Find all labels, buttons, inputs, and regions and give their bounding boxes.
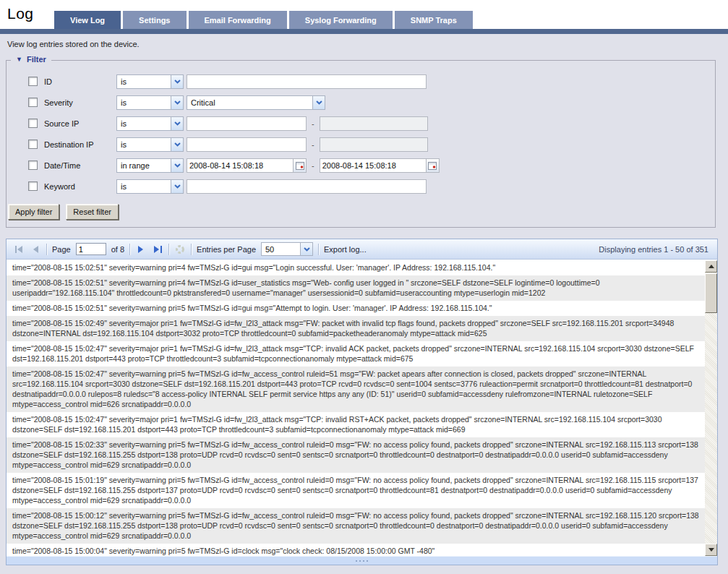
filter-row-id: ID is xyxy=(7,71,715,92)
grip-dot xyxy=(356,560,357,562)
log-entry-row: time="2008-08-15 15:00:12" severity=warn… xyxy=(7,508,705,544)
next-page-icon[interactable] xyxy=(135,244,147,254)
tab-snmp-traps[interactable]: SNMP Traps xyxy=(395,11,473,29)
tab-syslog-forwarding[interactable]: Syslog Forwarding xyxy=(289,11,393,29)
chevron-down-icon xyxy=(171,75,183,88)
chevron-down-icon xyxy=(171,180,183,193)
log-entry-row: time="2008-08-15 15:02:47" severity=majo… xyxy=(7,412,705,437)
entries-per-page-select[interactable]: 50 xyxy=(261,242,313,256)
refresh-icon[interactable] xyxy=(174,244,186,254)
tab-email-forwarding[interactable]: Email Forwarding xyxy=(189,11,287,29)
source-ip-from-input[interactable] xyxy=(187,116,307,131)
grip-dot xyxy=(363,560,364,562)
page-description: View log entries stored on the device. xyxy=(7,40,728,48)
scroll-thumb[interactable] xyxy=(705,273,717,313)
filter-checkbox-destination-ip[interactable] xyxy=(28,140,38,149)
chevron-down-icon xyxy=(171,117,183,130)
datetime-operator-select[interactable]: in range xyxy=(116,158,184,173)
chevron-down-icon xyxy=(171,138,183,151)
tab-bar: View Log Settings Email Forwarding Syslo… xyxy=(54,11,473,29)
grip-dot xyxy=(367,560,368,562)
filter-label-datetime: Date/Time xyxy=(44,161,116,170)
page-label: Page xyxy=(52,245,71,254)
first-page-icon[interactable] xyxy=(13,244,25,254)
scroll-down-icon xyxy=(708,548,714,552)
keyword-operator-select[interactable]: is xyxy=(116,179,184,194)
toolbar-separator xyxy=(168,244,169,255)
chevron-down-icon xyxy=(171,96,183,109)
displaying-entries-status: Displaying entries 1 - 50 of 351 xyxy=(599,245,711,254)
prev-page-icon[interactable] xyxy=(30,244,41,254)
keyword-value-input[interactable] xyxy=(187,179,427,194)
filter-checkbox-keyword[interactable] xyxy=(28,181,38,191)
filter-checkbox-source-ip[interactable] xyxy=(28,119,38,128)
page-number-input[interactable] xyxy=(76,243,106,255)
toolbar-separator xyxy=(318,244,319,255)
filter-label-id: ID xyxy=(44,77,116,86)
reset-filter-button[interactable]: Reset filter xyxy=(66,204,119,220)
scroll-down-button[interactable] xyxy=(705,544,717,556)
datetime-to-field xyxy=(320,158,440,173)
severity-operator-select[interactable]: is xyxy=(116,95,184,110)
filter-checkbox-id[interactable] xyxy=(28,77,38,86)
export-log-button[interactable]: Export log... xyxy=(324,245,367,254)
log-panel: Page of 8 Entries per Page 50 xyxy=(6,239,718,565)
id-operator-select[interactable]: is xyxy=(116,74,184,89)
filter-fieldset: ▼ Filter ID is Severity is xyxy=(6,60,716,228)
log-entry-row: time="2008-08-15 15:02:47" severity=majo… xyxy=(7,341,705,367)
last-page-icon[interactable] xyxy=(152,244,163,254)
filter-row-severity: Severity is Critical xyxy=(7,92,715,113)
chevron-down-icon xyxy=(171,159,183,172)
source-ip-operator-select[interactable]: is xyxy=(116,116,184,131)
filter-row-keyword: Keyword is xyxy=(7,176,715,197)
scroll-track[interactable] xyxy=(705,273,717,544)
filter-collapse-icon[interactable]: ▼ xyxy=(16,56,22,63)
filter-legend: ▼ Filter xyxy=(11,55,51,64)
datetime-to-input[interactable] xyxy=(320,159,426,172)
apply-filter-button[interactable]: Apply filter xyxy=(8,204,59,220)
filter-row-datetime: Date/Time in range - xyxy=(7,155,715,176)
page-title: Log xyxy=(7,5,34,22)
source-ip-to-input[interactable] xyxy=(320,116,428,131)
range-separator: - xyxy=(312,119,314,128)
filter-checkbox-severity[interactable] xyxy=(28,98,38,107)
filter-buttons: Apply filter Reset filter xyxy=(8,204,715,220)
log-entry-row: time="2008-08-15 15:00:04" severity=warn… xyxy=(7,544,705,556)
log-entry-row: time="2008-08-15 15:01:19" severity=warn… xyxy=(7,473,705,508)
severity-value-select[interactable]: Critical xyxy=(187,95,325,110)
vertical-scrollbar xyxy=(705,260,717,556)
filter-checkbox-datetime[interactable] xyxy=(28,160,38,170)
calendar-icon[interactable] xyxy=(426,159,439,172)
datetime-from-field xyxy=(187,158,307,173)
filter-label-destination-ip: Destination IP xyxy=(44,140,116,149)
scroll-up-button[interactable] xyxy=(705,260,717,273)
log-entry-row: time="2008-08-15 15:02:47" severity=warn… xyxy=(7,367,705,412)
entries-per-page-label: Entries per Page xyxy=(197,245,256,254)
log-entry-row: time="2008-08-15 15:02:51" severity=warn… xyxy=(7,275,705,301)
page-count-label: of 8 xyxy=(111,245,124,254)
range-separator: - xyxy=(312,161,314,170)
toolbar-separator xyxy=(46,244,47,255)
filter-row-source-ip: Source IP is - xyxy=(7,113,715,134)
destination-ip-to-input[interactable] xyxy=(320,137,428,152)
log-entry-row: time="2008-08-15 15:02:49" severity=majo… xyxy=(7,316,705,341)
range-separator: - xyxy=(312,140,314,149)
filter-label-keyword: Keyword xyxy=(44,182,116,191)
tab-settings[interactable]: Settings xyxy=(123,11,186,29)
destination-ip-from-input[interactable] xyxy=(187,137,307,152)
id-value-input[interactable] xyxy=(187,74,427,89)
datetime-from-input[interactable] xyxy=(187,159,293,172)
tab-view-log[interactable]: View Log xyxy=(54,11,121,29)
tab-underline-bar xyxy=(0,29,728,34)
log-entry-row: time="2008-08-15 15:02:51" severity=warn… xyxy=(7,301,705,316)
log-entry-row: time="2008-08-15 15:02:51" severity=warn… xyxy=(7,260,705,275)
destination-ip-operator-select[interactable]: is xyxy=(116,137,184,152)
page-header: Log View Log Settings Email Forwarding S… xyxy=(0,0,728,29)
log-entry-list: time="2008-08-15 15:02:51" severity=warn… xyxy=(7,260,705,556)
filter-row-destination-ip: Destination IP is - xyxy=(7,134,715,155)
panel-resize-grip[interactable] xyxy=(7,556,717,565)
filter-label-source-ip: Source IP xyxy=(44,119,116,128)
log-toolbar: Page of 8 Entries per Page 50 xyxy=(7,239,717,260)
calendar-icon[interactable] xyxy=(293,159,306,172)
toolbar-separator xyxy=(129,244,130,255)
